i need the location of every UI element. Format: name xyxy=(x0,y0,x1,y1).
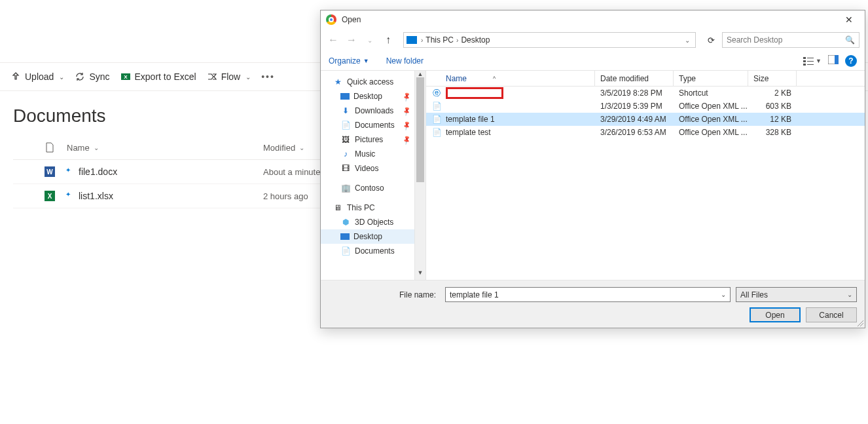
tree-downloads[interactable]: ⬇Downloads📌 xyxy=(321,104,414,118)
file-type-icon xyxy=(43,142,56,153)
svg-rect-9 xyxy=(807,58,814,58)
address-dropdown[interactable]: ⌄ xyxy=(682,37,693,44)
svg-rect-7 xyxy=(803,60,806,62)
file-size: 603 KB xyxy=(748,102,797,111)
document-icon: 📄 xyxy=(431,127,442,138)
filename-label: File name: xyxy=(329,290,440,299)
edge-icon: ⓔ xyxy=(431,88,442,98)
search-input[interactable]: Search Desktop 🔍 xyxy=(722,32,859,48)
file-modified: 3/5/2019 8:28 PM xyxy=(595,88,674,98)
dialog-nav: ← → ⌄ ↑ › This PC › Desktop ⌄ ⟳ Search D… xyxy=(321,29,865,51)
pin-icon: 📌 xyxy=(401,91,412,102)
refresh-button[interactable]: ⟳ xyxy=(704,35,718,45)
flow-button[interactable]: Flow⌄ xyxy=(207,71,251,82)
desktop-icon xyxy=(340,233,350,240)
file-type: Shortcut xyxy=(674,88,748,98)
chrome-icon xyxy=(326,14,336,25)
recent-dropdown[interactable]: ⌄ xyxy=(363,33,377,47)
file-name: file1.docx xyxy=(79,166,117,177)
svg-rect-10 xyxy=(807,61,814,62)
sort-asc-icon: ^ xyxy=(493,75,496,82)
close-button[interactable]: ✕ xyxy=(836,12,862,28)
file-row[interactable]: 📄 1/3/2019 5:39 PM Office Open XML ... 6… xyxy=(426,100,865,113)
file-name: list1.xlsx xyxy=(79,191,113,201)
tree-documents[interactable]: 📄Documents📌 xyxy=(321,118,414,132)
new-indicator-icon xyxy=(67,168,73,175)
svg-rect-13 xyxy=(835,55,839,64)
open-button[interactable]: Open xyxy=(750,307,801,322)
svg-text:X: X xyxy=(124,74,128,80)
file-modified: 3/29/2019 4:49 AM xyxy=(595,115,674,124)
building-icon: 🏢 xyxy=(340,183,351,193)
pc-icon: 🖥 xyxy=(333,203,343,212)
tree-3d-objects[interactable]: ⬢3D Objects xyxy=(321,215,414,229)
file-type: Office Open XML ... xyxy=(674,115,748,124)
tree-quick-access[interactable]: ★Quick access xyxy=(321,75,414,89)
filename-input[interactable]: template file 1 ⌄ xyxy=(445,287,731,302)
tree-desktop[interactable]: Desktop📌 xyxy=(321,89,414,104)
file-row[interactable]: 📄template file 1 3/29/2019 4:49 AM Offic… xyxy=(426,113,865,126)
column-date-modified[interactable]: Date modified xyxy=(595,71,674,86)
chevron-right-icon: › xyxy=(456,37,458,44)
column-type[interactable]: Type xyxy=(674,71,748,86)
dialog-title: Open xyxy=(342,15,361,24)
column-name[interactable]: Name⌄ xyxy=(67,143,257,153)
breadcrumb-leaf[interactable]: Desktop xyxy=(461,35,490,45)
tree-documents-pc[interactable]: 📄Documents xyxy=(321,244,414,258)
file-modified: 1/3/2019 5:39 PM xyxy=(595,102,674,111)
help-button[interactable]: ? xyxy=(845,55,857,67)
file-row[interactable]: 📄template test 3/26/2019 6:53 AM Office … xyxy=(426,126,865,139)
new-folder-button[interactable]: New folder xyxy=(386,56,424,66)
dialog-footer: File name: template file 1 ⌄ All Files ⌄… xyxy=(321,280,865,328)
pictures-icon: 🖼 xyxy=(340,135,351,144)
organize-menu[interactable]: Organize ▼ xyxy=(329,56,369,66)
tree-music[interactable]: ♪Music xyxy=(321,147,414,161)
column-size[interactable]: Size xyxy=(748,71,797,86)
tree-scrollbar[interactable]: ▲ ▼ xyxy=(415,71,426,280)
preview-pane-button[interactable] xyxy=(828,55,839,66)
download-icon: ⬇ xyxy=(340,106,351,115)
resize-grip[interactable] xyxy=(856,318,863,326)
tree-pictures[interactable]: 🖼Pictures📌 xyxy=(321,132,414,147)
more-button[interactable]: ••• xyxy=(261,71,275,82)
documents-icon: 📄 xyxy=(340,121,351,130)
forward-button[interactable]: → xyxy=(344,33,359,47)
export-excel-button[interactable]: X Export to Excel xyxy=(120,71,196,82)
dropdown-icon: ⌄ xyxy=(847,291,852,298)
chevron-down-icon: ⌄ xyxy=(299,144,304,151)
chevron-down-icon: ⌄ xyxy=(59,73,64,81)
tree-videos[interactable]: 🎞Videos xyxy=(321,161,414,176)
file-list-header: Name^ Date modified Type Size xyxy=(426,71,865,87)
navigation-tree: ★Quick access Desktop📌 ⬇Downloads📌 📄Docu… xyxy=(321,71,415,280)
word-icon: W xyxy=(43,166,56,177)
pin-icon: 📌 xyxy=(401,120,412,130)
sync-button[interactable]: Sync xyxy=(75,71,109,82)
svg-rect-8 xyxy=(803,64,806,66)
view-options-button[interactable]: ▼ xyxy=(803,56,822,66)
star-icon: ★ xyxy=(333,77,343,87)
chevron-right-icon: › xyxy=(421,37,423,44)
cancel-button[interactable]: Cancel xyxy=(806,307,857,322)
upload-button[interactable]: Upload⌄ xyxy=(10,71,64,82)
dialog-titlebar: Open ✕ xyxy=(321,10,865,29)
tree-this-pc[interactable]: 🖥This PC xyxy=(321,201,414,215)
pin-icon: 📌 xyxy=(401,134,412,145)
column-name[interactable]: Name^ xyxy=(426,71,595,86)
documents-icon: 📄 xyxy=(340,246,351,256)
file-size: 328 KB xyxy=(748,128,797,137)
file-size: 2 KB xyxy=(748,88,797,98)
file-open-dialog: Open ✕ ← → ⌄ ↑ › This PC › Desktop ⌄ ⟳ S… xyxy=(320,10,865,328)
file-row[interactable]: ⓔ 3/5/2019 8:28 PM Shortcut 2 KB xyxy=(426,87,865,100)
breadcrumb-root[interactable]: This PC xyxy=(425,35,454,45)
file-filter-select[interactable]: All Files ⌄ xyxy=(736,287,857,302)
back-button[interactable]: ← xyxy=(326,33,340,47)
videos-icon: 🎞 xyxy=(340,164,351,173)
redacted-name xyxy=(446,87,503,99)
document-icon: 📄 xyxy=(431,101,442,111)
dropdown-icon[interactable]: ⌄ xyxy=(721,291,726,298)
tree-contoso[interactable]: 🏢Contoso xyxy=(321,181,414,195)
tree-desktop-pc[interactable]: Desktop xyxy=(321,229,414,244)
address-bar[interactable]: › This PC › Desktop ⌄ xyxy=(403,32,696,48)
up-button[interactable]: ↑ xyxy=(381,33,395,47)
search-icon: 🔍 xyxy=(845,35,855,45)
